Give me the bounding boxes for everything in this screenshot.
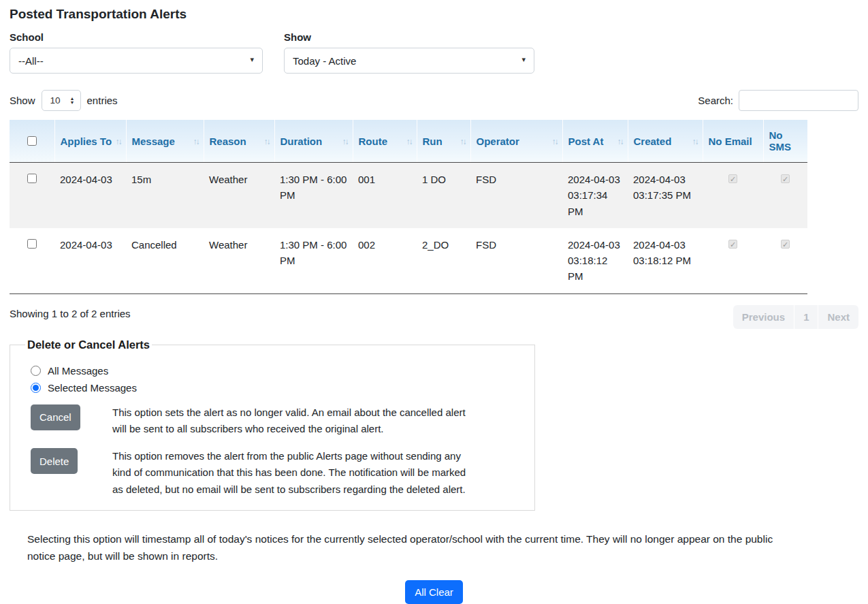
search-control: Search: (698, 90, 858, 111)
cell-post-at: 2024-04-03 03:18:12 PM (562, 228, 628, 293)
cell-run: 2_DO (417, 228, 470, 293)
col-header-message[interactable]: Message ↑↓ (126, 120, 204, 163)
row-select-cell (10, 163, 54, 228)
school-label: School (10, 31, 263, 43)
no-sms-checkbox (781, 240, 790, 249)
delete-or-cancel-panel: Delete or Cancel Alerts All Messages Sel… (10, 338, 535, 511)
show-label: Show (284, 31, 534, 43)
school-select[interactable]: --All-- (10, 48, 263, 74)
entries-suffix-label: entries (87, 95, 118, 106)
table-header-row: Applies To ↑↓ Message ↑↓ Reason ↑↓ Durat… (10, 120, 807, 163)
col-header-post-at[interactable]: Post At ↑↓ (562, 120, 628, 163)
table-footer: Showing 1 to 2 of 2 entries Previous 1 N… (10, 305, 858, 329)
col-header-created[interactable]: Created ↑↓ (628, 120, 703, 163)
cell-created: 2024-04-03 03:18:12 PM (628, 228, 703, 293)
cell-no-sms (763, 163, 807, 228)
cell-created: 2024-04-03 03:17:35 PM (628, 163, 703, 228)
no-email-checkbox (728, 240, 737, 249)
row-select-cell (10, 228, 54, 293)
cell-message: 15m (126, 163, 204, 228)
show-filter-group: Show Today - Active ▾ (284, 31, 534, 74)
cell-no-email (703, 228, 763, 293)
spinner-icon: ▲▼ (70, 97, 75, 105)
pagination-next[interactable]: Next (818, 305, 858, 329)
selected-messages-radio[interactable] (31, 383, 41, 393)
cell-applies-to: 2024-04-03 (54, 163, 126, 228)
cell-no-email (703, 163, 763, 228)
show-select[interactable]: Today - Active (284, 48, 534, 74)
entries-length-value: 10 (50, 95, 61, 106)
pagination: Previous 1 Next (733, 305, 858, 329)
cell-post-at: 2024-04-03 03:17:34 PM (562, 163, 628, 228)
table-controls: Show 10 ▲▼ entries Search: (10, 90, 858, 111)
selected-messages-label: Selected Messages (48, 382, 137, 394)
col-header-no-email: No Email (703, 120, 763, 163)
row-select-checkbox[interactable] (27, 174, 37, 183)
no-email-checkbox (728, 174, 737, 183)
sort-icon[interactable]: ↑↓ (116, 137, 121, 146)
cancel-action-row: Cancel This option sets the alert as no … (24, 404, 521, 438)
sort-icon[interactable]: ↑↓ (264, 137, 270, 146)
all-messages-radio[interactable] (31, 366, 41, 376)
cell-route: 002 (353, 228, 417, 293)
search-label: Search: (698, 95, 733, 106)
all-clear-button-row: All Clear (10, 580, 858, 604)
select-all-checkbox[interactable] (27, 136, 37, 146)
search-input[interactable] (739, 90, 858, 111)
sort-icon[interactable]: ↑↓ (342, 137, 348, 146)
sort-icon[interactable]: ↑↓ (193, 137, 199, 146)
all-messages-label: All Messages (48, 365, 108, 377)
cell-duration: 1:30 PM - 6:00 PM (274, 228, 353, 293)
table-row: 2024-04-03 Cancelled Weather 1:30 PM - 6… (10, 228, 807, 293)
all-clear-note: Selecting this option will timestamp all… (10, 531, 779, 565)
alerts-table: Applies To ↑↓ Message ↑↓ Reason ↑↓ Durat… (10, 120, 807, 294)
cell-run: 1 DO (417, 163, 470, 228)
page-title: Posted Transportation Alerts (10, 7, 858, 22)
filters-row: School --All-- ▾ Show Today - Active ▾ (10, 31, 858, 74)
all-messages-radio-row[interactable]: All Messages (31, 365, 521, 377)
sort-icon[interactable]: ↑↓ (617, 137, 623, 146)
entries-prefix-label: Show (10, 95, 35, 106)
sort-icon[interactable]: ↑↓ (406, 137, 412, 146)
delete-panel-legend: Delete or Cancel Alerts (25, 338, 152, 351)
cell-reason: Weather (204, 228, 274, 293)
col-header-route[interactable]: Route ↑↓ (353, 120, 417, 163)
col-header-no-sms: No SMS (763, 120, 807, 163)
pagination-previous[interactable]: Previous (733, 305, 794, 329)
col-header-applies-to[interactable]: Applies To ↑↓ (54, 120, 126, 163)
sort-icon[interactable]: ↑↓ (460, 137, 466, 146)
cell-duration: 1:30 PM - 6:00 PM (274, 163, 353, 228)
sort-icon[interactable]: ↑↓ (552, 137, 558, 146)
school-filter-group: School --All-- ▾ (10, 31, 263, 74)
row-select-checkbox[interactable] (27, 239, 37, 249)
delete-action-row: Delete This option removes the alert fro… (24, 448, 521, 498)
cell-operator: FSD (470, 163, 562, 228)
all-clear-button[interactable]: All Clear (405, 580, 463, 604)
cell-route: 001 (353, 163, 417, 228)
cancel-button[interactable]: Cancel (31, 404, 80, 430)
cell-reason: Weather (204, 163, 274, 228)
page-container: Posted Transportation Alerts School --Al… (0, 0, 868, 604)
col-header-operator[interactable]: Operator ↑↓ (470, 120, 562, 163)
entries-info: Showing 1 to 2 of 2 entries (10, 305, 131, 319)
cell-applies-to: 2024-04-03 (54, 228, 126, 293)
cell-message: Cancelled (126, 228, 204, 293)
no-sms-checkbox (781, 174, 790, 183)
delete-button[interactable]: Delete (31, 448, 78, 474)
pagination-page-1[interactable]: 1 (794, 305, 818, 329)
selected-messages-radio-row[interactable]: Selected Messages (31, 382, 521, 394)
entries-length-control: Show 10 ▲▼ entries (10, 90, 118, 111)
cell-operator: FSD (470, 228, 562, 293)
cancel-description: This option sets the alert as no longer … (112, 404, 466, 438)
table-row: 2024-04-03 15m Weather 1:30 PM - 6:00 PM… (10, 163, 807, 228)
cell-no-sms (763, 228, 807, 293)
col-header-run[interactable]: Run ↑↓ (417, 120, 470, 163)
select-all-header (10, 120, 54, 163)
delete-description: This option removes the alert from the p… (112, 448, 466, 498)
sort-icon[interactable]: ↑↓ (692, 137, 698, 146)
col-header-duration[interactable]: Duration ↑↓ (274, 120, 353, 163)
entries-length-select[interactable]: 10 ▲▼ (42, 90, 81, 111)
col-header-reason[interactable]: Reason ↑↓ (204, 120, 274, 163)
